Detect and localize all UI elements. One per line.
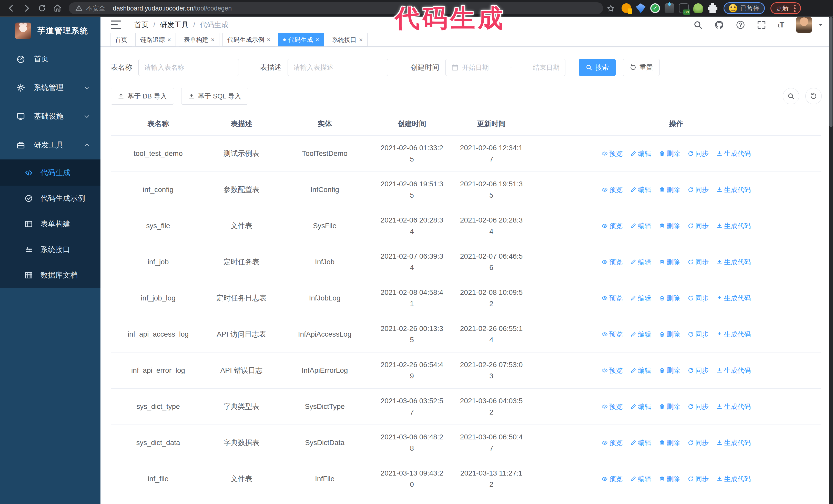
extension-icon-4[interactable]: [665, 3, 674, 13]
tab-codegen-example[interactable]: 代码生成示例×: [222, 33, 275, 46]
address-bar[interactable]: 不安全 dashboard.yudao.iocoder.cn/tool/code…: [69, 2, 603, 14]
tab-home[interactable]: 首页: [110, 33, 132, 46]
scrollbar-thumb[interactable]: [829, 17, 832, 127]
import-sql-button[interactable]: 基于 SQL 导入: [181, 88, 248, 104]
sidebar-toggle-icon[interactable]: [111, 21, 121, 29]
extension-icon-5[interactable]: [679, 3, 689, 13]
preview-link[interactable]: 预览: [601, 329, 623, 340]
browser-reload-button[interactable]: [35, 2, 49, 15]
preview-link[interactable]: 预览: [601, 437, 623, 448]
delete-link[interactable]: 删除: [659, 256, 680, 268]
sidebar-item-dev-tools[interactable]: 研发工具: [0, 131, 100, 160]
browser-update-button[interactable]: 更新: [770, 2, 801, 14]
sync-link[interactable]: 同步: [688, 184, 709, 195]
import-db-button[interactable]: 基于 DB 导入: [111, 88, 174, 104]
edit-link[interactable]: 编辑: [630, 401, 651, 412]
breadcrumb-dev-tools[interactable]: 研发工具: [160, 20, 189, 30]
preview-link[interactable]: 预览: [601, 184, 623, 195]
delete-link[interactable]: 删除: [659, 184, 680, 195]
breadcrumb-home[interactable]: 首页: [134, 20, 149, 30]
edit-link[interactable]: 编辑: [630, 437, 651, 448]
sync-link[interactable]: 同步: [688, 220, 709, 232]
edit-link[interactable]: 编辑: [630, 292, 651, 304]
edit-link[interactable]: 编辑: [630, 473, 651, 484]
preview-link[interactable]: 预览: [601, 256, 623, 268]
sidebar-item-home[interactable]: 首页: [0, 45, 100, 73]
close-icon[interactable]: ×: [267, 37, 270, 43]
refresh-table-button[interactable]: [805, 88, 822, 104]
extension-icon-6[interactable]: [693, 3, 703, 13]
sync-link[interactable]: 同步: [688, 437, 709, 448]
generate-code-link[interactable]: 生成代码: [716, 292, 751, 304]
delete-link[interactable]: 删除: [659, 329, 680, 340]
date-range-picker[interactable]: 开始日期 - 结束日期: [446, 59, 565, 76]
tab-trace[interactable]: 链路追踪×: [135, 33, 176, 46]
fullscreen-icon[interactable]: [757, 20, 766, 29]
browser-home-button[interactable]: [51, 2, 64, 15]
tab-form-builder[interactable]: 表单构建×: [179, 33, 219, 46]
browser-back-button[interactable]: [5, 2, 18, 15]
generate-code-link[interactable]: 生成代码: [716, 365, 751, 376]
paused-extension-badge[interactable]: 已暂停: [723, 2, 765, 14]
preview-link[interactable]: 预览: [601, 401, 623, 412]
generate-code-link[interactable]: 生成代码: [716, 256, 751, 268]
edit-link[interactable]: 编辑: [630, 148, 651, 159]
sidebar-item-system-api[interactable]: 系统接口: [0, 237, 100, 263]
avatar-caret-down-icon[interactable]: [818, 22, 824, 28]
generate-code-link[interactable]: 生成代码: [716, 184, 751, 195]
delete-link[interactable]: 删除: [659, 148, 680, 159]
preview-link[interactable]: 预览: [601, 473, 623, 484]
close-icon[interactable]: ×: [167, 37, 171, 43]
tab-system-api[interactable]: 系统接口×: [327, 33, 367, 46]
edit-link[interactable]: 编辑: [630, 220, 651, 232]
preview-link[interactable]: 预览: [601, 365, 623, 376]
sidebar-item-code-generation-example[interactable]: 代码生成示例: [0, 186, 100, 211]
preview-link[interactable]: 预览: [601, 148, 623, 159]
delete-link[interactable]: 删除: [659, 365, 680, 376]
preview-link[interactable]: 预览: [601, 292, 623, 304]
sync-link[interactable]: 同步: [688, 329, 709, 340]
browser-forward-button[interactable]: [20, 2, 33, 15]
close-icon[interactable]: ×: [315, 37, 319, 43]
generate-code-link[interactable]: 生成代码: [716, 329, 751, 340]
sync-link[interactable]: 同步: [688, 256, 709, 268]
extension-icon-3[interactable]: [650, 3, 660, 13]
generate-code-link[interactable]: 生成代码: [716, 220, 751, 232]
delete-link[interactable]: 删除: [659, 401, 680, 412]
generate-code-link[interactable]: 生成代码: [716, 401, 751, 412]
font-size-icon[interactable]: tT: [778, 21, 784, 29]
bookmark-star-icon[interactable]: [607, 4, 615, 13]
help-icon[interactable]: [736, 20, 745, 29]
delete-link[interactable]: 删除: [659, 473, 680, 484]
sidebar-item-form-builder[interactable]: 表单构建: [0, 211, 100, 237]
delete-link[interactable]: 删除: [659, 437, 680, 448]
sidebar-item-infrastructure[interactable]: 基础设施: [0, 102, 100, 131]
sync-link[interactable]: 同步: [688, 292, 709, 304]
sync-link[interactable]: 同步: [688, 148, 709, 159]
tab-codegen[interactable]: 代码生成×: [278, 33, 324, 46]
generate-code-link[interactable]: 生成代码: [716, 437, 751, 448]
search-button[interactable]: 搜索: [579, 59, 616, 76]
extension-icon-2[interactable]: [636, 3, 646, 13]
sidebar-item-system-management[interactable]: 系统管理: [0, 73, 100, 102]
extensions-puzzle-icon[interactable]: [708, 3, 717, 13]
close-icon[interactable]: ×: [211, 37, 215, 43]
table-desc-input[interactable]: [293, 64, 382, 72]
extension-icon-1[interactable]: [622, 3, 631, 13]
header-search-icon[interactable]: [693, 20, 703, 29]
sync-link[interactable]: 同步: [688, 365, 709, 376]
edit-link[interactable]: 编辑: [630, 184, 651, 195]
generate-code-link[interactable]: 生成代码: [716, 148, 751, 159]
edit-link[interactable]: 编辑: [630, 256, 651, 268]
generate-code-link[interactable]: 生成代码: [716, 473, 751, 484]
reset-button[interactable]: 重置: [623, 59, 660, 76]
preview-link[interactable]: 预览: [601, 220, 623, 232]
sync-link[interactable]: 同步: [688, 473, 709, 484]
app-logo[interactable]: 芋道管理系统: [0, 17, 100, 45]
close-icon[interactable]: ×: [359, 37, 363, 43]
delete-link[interactable]: 删除: [659, 292, 680, 304]
edit-link[interactable]: 编辑: [630, 365, 651, 376]
browser-menu-icon[interactable]: [794, 5, 795, 12]
toggle-search-button[interactable]: [783, 88, 799, 104]
user-avatar[interactable]: [796, 17, 812, 33]
